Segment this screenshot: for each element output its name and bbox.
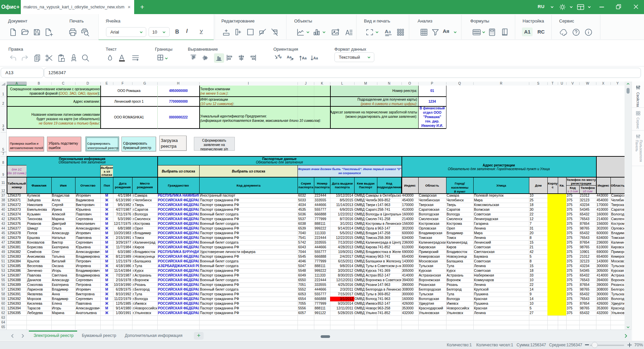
svg-text:Aa: Aa bbox=[313, 56, 318, 60]
svg-text:Aa: Aa bbox=[287, 55, 292, 59]
svg-text:a: a bbox=[388, 29, 391, 34]
svg-text:Aa: Aa bbox=[277, 54, 282, 59]
svg-text:Aa: Aa bbox=[302, 56, 307, 60]
svg-text:A: A bbox=[385, 29, 388, 34]
